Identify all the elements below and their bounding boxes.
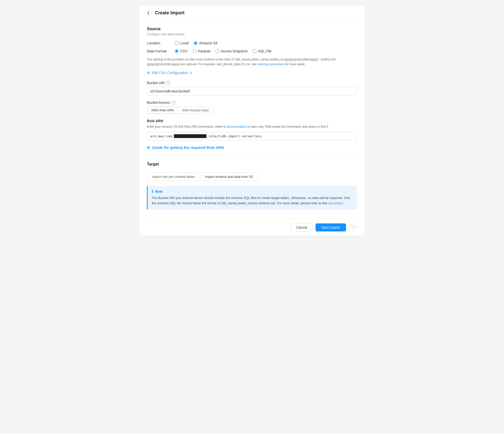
start-import-button[interactable]: Start Import [316,223,346,231]
role-arn-desc: Enter your Amazon S3 IAM Role ARN Inform… [147,124,357,129]
source-title: Source [147,27,357,31]
format-parquet-label: Parquet [198,49,210,53]
bucket-uri-info-icon[interactable]: ? [166,81,170,85]
create-import-page: ❮ Create Import Source Configure the dat… [139,5,365,236]
data-format-field: Data Format CSV Parquet Aurora Snapshot … [147,49,357,53]
location-field: Location Local Amazon S3 [147,41,357,45]
bucket-uri-input[interactable] [147,87,357,95]
note-header: ℹ Note [152,189,353,193]
bucket-uri-label-row: Bucket URI ? [147,81,357,85]
format-sql-label: SQL File [258,49,272,53]
pre-created-tab[interactable]: Import into pre-created tables [147,173,200,181]
source-section: Source Configure the data source Locatio… [139,21,365,156]
back-icon: ❮ [147,11,150,15]
guide-link[interactable]: ⚙ Guide for getting the required Role AR… [147,145,357,150]
note-text-suffix: . [344,201,345,205]
cancel-button[interactable]: Cancel [291,223,312,232]
location-local-radio[interactable] [175,41,179,45]
source-subtitle: Configure the data source [147,32,357,36]
bucket-access-label: Bucket Access [147,101,170,105]
csv-desc-suffix: for more detail. [285,62,305,66]
note-box: ℹ Note The Bucket URI you entered above … [147,186,357,210]
back-button[interactable]: ❮ [145,9,152,16]
help-button[interactable]: ? [350,224,357,231]
import-tabs: Import into pre-created tables Import sc… [147,173,258,181]
location-label: Location [147,41,175,45]
location-local-option[interactable]: Local [175,41,188,45]
bucket-uri-group: Bucket URI ? [147,81,357,95]
target-title: Target [147,162,357,166]
target-section: Target Import into pre-created tables Im… [139,156,365,216]
format-parquet-radio[interactable] [193,49,197,53]
arn-prefix: arn:aws:iam: [150,134,174,138]
role-arn-display: arn:aws:iam: :role/tidb-import-serverles… [147,132,357,140]
schema-data-tab[interactable]: Import schema and data from S3 [200,173,258,181]
bucket-access-label-row: Bucket Access ? [147,101,357,105]
role-arn-desc-suffix: to learn why TiDB needs this information… [247,125,329,128]
role-arn-group: Role ARN Enter your Amazon S3 IAM Role A… [147,119,357,140]
format-csv-radio[interactable] [175,49,179,53]
gear-icon: ⚙ [147,71,150,75]
csv-desc-text: The naming of the provided csv files mus… [147,58,335,66]
naming-conventions-link[interactable]: naming conventions [258,62,285,66]
role-arn-title: Role ARN [147,119,357,123]
page-footer: Cancel Start Import ? [139,219,365,236]
page-title: Create Import [155,10,184,16]
aws-role-arn-tab[interactable]: AWS Role ARN [147,107,178,114]
note-text: The Bucket URI you entered above should … [152,195,353,206]
guide-label: Guide for getting the required Role ARN [152,145,224,150]
edit-csv-label: Edit CSV Configuration [152,71,188,75]
format-aurora-label: Aurora Snapshot [221,49,247,53]
data-format-label: Data Format [147,49,175,53]
guide-gear-icon: ⚙ [147,146,150,150]
edit-csv-link[interactable]: ⚙ Edit CSV Configuration ∨ [147,71,357,75]
bucket-access-info-icon[interactable]: ? [171,101,175,105]
location-local-label: Local [180,41,188,45]
note-info-icon: ℹ [152,189,153,193]
bucket-access-tabs: AWS Role ARN AWS Access Keys [147,107,213,114]
aws-access-keys-tab[interactable]: AWS Access Keys [178,107,213,114]
role-arn-desc-prefix: Enter your Amazon S3 IAM Role ARN Inform… [147,125,226,128]
format-csv-option[interactable]: CSV [175,49,187,53]
csv-description: The naming of the provided csv files mus… [147,57,357,67]
bucket-uri-label: Bucket URI [147,81,165,85]
arn-masked [174,134,206,138]
bucket-access-group: Bucket Access ? AWS Role ARN AWS Access … [147,101,357,114]
format-aurora-radio[interactable] [215,49,219,53]
format-aurora-option[interactable]: Aurora Snapshot [215,49,247,53]
location-radio-group: Local Amazon S3 [175,41,217,45]
location-s3-option[interactable]: Amazon S3 [194,41,217,45]
role-arn-doc-link[interactable]: documentation [227,125,247,128]
chevron-down-icon: ∨ [190,71,192,75]
location-s3-label: Amazon S3 [199,41,217,45]
format-csv-label: CSV [180,49,187,53]
note-doc-link[interactable]: document [328,201,343,205]
note-text-prefix: The Bucket URI you entered above should … [152,196,350,205]
arn-suffix: :role/tidb-import-serverless [206,134,262,138]
data-format-radio-group: CSV Parquet Aurora Snapshot SQL File [175,49,272,53]
page-header: ❮ Create Import [139,5,365,21]
format-sql-option[interactable]: SQL File [253,49,272,53]
location-s3-radio[interactable] [194,41,198,45]
note-title: Note [155,189,163,193]
format-sql-radio[interactable] [253,49,257,53]
format-parquet-option[interactable]: Parquet [193,49,210,53]
